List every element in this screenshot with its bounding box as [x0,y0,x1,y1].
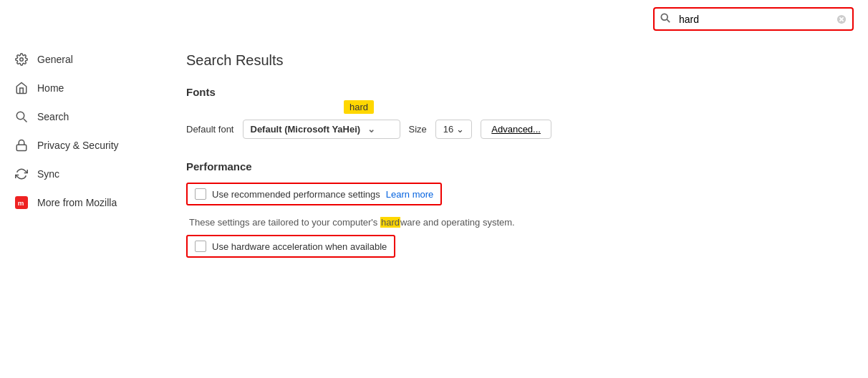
home-icon [14,81,29,95]
sidebar-item-home[interactable]: Home [0,74,158,102]
lock-icon [14,138,29,152]
description-before: These settings are tailored to your comp… [189,217,380,228]
sidebar-item-mozilla-label: More from Mozilla [37,197,117,208]
checkbox2-row: Use hardware acceleration when available [186,235,395,258]
advanced-button[interactable]: Advanced... [481,120,551,139]
svg-rect-8 [16,145,26,150]
default-font-value: Default (Microsoft YaHei) [251,124,361,135]
content-area: Search Results Fonts hard Default font D… [158,38,868,378]
performance-section-title: Performance [186,160,839,173]
svg-point-5 [20,58,24,62]
page-title: Search Results [186,52,839,69]
fonts-section: Fonts hard Default font Default (Microso… [186,86,839,139]
svg-point-6 [16,112,24,120]
chevron-down-icon: ⌄ [367,124,375,135]
learn-more-link[interactable]: Learn more [386,189,433,200]
sidebar-item-mozilla[interactable]: m More from Mozilla [0,188,158,217]
checkbox1-label: Use recommended performance settings [212,189,380,200]
sidebar-item-general[interactable]: General [0,45,158,74]
svg-text:m: m [18,199,24,207]
search-icon [655,9,676,29]
search-sidebar-icon [14,110,29,124]
search-input[interactable]: hard [676,9,831,29]
description-text: These settings are tailored to your comp… [186,217,839,228]
checkbox1-container: Use recommended performance settings Lea… [186,183,839,211]
search-box[interactable]: hard [653,7,854,31]
gear-icon [14,52,29,67]
clear-search-button[interactable] [831,10,852,29]
checkbox1-row: Use recommended performance settings Lea… [186,183,442,205]
sidebar-item-search[interactable]: Search [0,102,158,131]
fonts-row: hard Default font Default (Microsoft YaH… [186,120,839,139]
size-label: Size [409,124,427,135]
svg-point-0 [661,14,667,20]
sidebar-item-general-label: General [37,54,73,65]
advanced-label: Advanced... [491,124,541,135]
sidebar-item-privacy[interactable]: Privacy & Security [0,131,158,160]
checkbox2-container: Use hardware acceleration when available [186,235,839,263]
mozilla-icon: m [14,195,29,210]
recommended-settings-checkbox[interactable] [195,188,206,200]
size-chevron-icon: ⌄ [456,124,464,135]
sync-icon [14,167,29,181]
svg-line-1 [667,19,670,22]
sidebar-item-sync-label: Sync [37,168,59,180]
performance-section: Performance Use recommended performance … [186,160,839,263]
top-bar: hard [0,0,868,38]
checkbox2-label: Use hardware acceleration when available [212,241,387,252]
sidebar-item-privacy-label: Privacy & Security [37,140,119,151]
hardware-acceleration-checkbox[interactable] [195,241,206,252]
sidebar-item-sync[interactable]: Sync [0,160,158,188]
fonts-section-title: Fonts [186,86,839,98]
sidebar-item-home-label: Home [37,82,64,94]
svg-line-7 [24,119,27,122]
default-font-select[interactable]: Default (Microsoft YaHei) ⌄ [243,120,400,139]
description-after: ware and operating system. [400,217,515,228]
sidebar-item-search-label: Search [37,111,69,122]
sidebar: General Home Search [0,38,158,378]
hard-highlight-badge: hard [344,101,374,112]
size-value: 16 [443,124,453,135]
default-font-label: Default font [186,124,234,135]
hard-word-highlight: hard [380,217,400,228]
size-select[interactable]: 16 ⌄ [435,120,472,139]
main-layout: General Home Search [0,38,868,378]
